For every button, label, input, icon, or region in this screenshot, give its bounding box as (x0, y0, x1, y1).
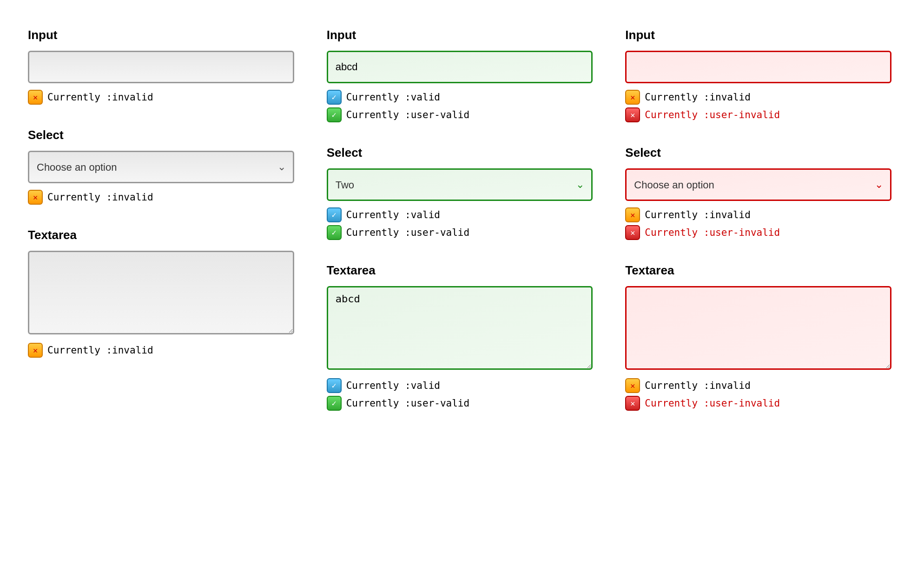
select-wrapper-default: Choose an option One Two Three ⌄ (28, 151, 294, 183)
status-list-textarea-default: ✕ Currently :invalid (28, 343, 294, 358)
select-section-valid: Select Choose an option One Two Three ⌄ … (327, 146, 593, 240)
status-text: Currently :invalid (47, 345, 153, 356)
status-list-input-default: ✕ Currently :invalid (28, 90, 294, 105)
badge-red-icon: ✕ (625, 107, 640, 122)
input-field-default[interactable] (28, 51, 294, 83)
select-section-invalid: Select Choose an option One Two Three ⌄ … (625, 146, 891, 240)
badge-orange-icon: ✕ (625, 207, 640, 222)
badge-orange-icon: ✕ (28, 343, 43, 358)
status-list-select-default: ✕ Currently :invalid (28, 190, 294, 205)
input-field-invalid[interactable] (625, 51, 891, 83)
select-wrapper-valid: Choose an option One Two Three ⌄ (327, 168, 593, 201)
status-text: Currently :user-valid (346, 227, 470, 238)
status-text: Currently :invalid (47, 92, 153, 103)
select-field-default[interactable]: Choose an option One Two Three (28, 151, 294, 183)
status-item: ✕ Currently :invalid (28, 90, 294, 105)
status-list-input-valid: ✓ Currently :valid ✓ Currently :user-val… (327, 90, 593, 122)
status-item: ✓ Currently :valid (327, 90, 593, 105)
status-item: ✕ Currently :user-invalid (625, 225, 891, 240)
input-section-valid: Input ✓ Currently :valid ✓ Currently :us… (327, 28, 593, 122)
status-text: Currently :invalid (645, 380, 751, 391)
badge-blue-icon: ✓ (327, 378, 342, 393)
status-item: ✕ Currently :invalid (625, 378, 891, 393)
status-text: Currently :invalid (47, 192, 153, 203)
status-text: Currently :invalid (645, 92, 751, 103)
status-text: Currently :user-invalid (645, 398, 780, 409)
badge-orange-icon: ✕ (28, 190, 43, 205)
status-text: Currently :user-valid (346, 398, 470, 409)
input-section-invalid: Input ✕ Currently :invalid ✕ Currently :… (625, 28, 891, 122)
status-list-select-invalid: ✕ Currently :invalid ✕ Currently :user-i… (625, 207, 891, 240)
status-list-textarea-invalid: ✕ Currently :invalid ✕ Currently :user-i… (625, 378, 891, 411)
status-item: ✕ Currently :invalid (28, 343, 294, 358)
textarea-label-invalid: Textarea (625, 263, 891, 278)
main-grid: Input ✕ Currently :invalid Select Choose… (14, 14, 910, 429)
status-text: Currently :valid (346, 209, 440, 220)
badge-red-icon: ✕ (625, 225, 640, 240)
select-section-default: Select Choose an option One Two Three ⌄ … (28, 128, 294, 205)
status-text: Currently :user-valid (346, 109, 470, 120)
status-item: ✓ Currently :valid (327, 207, 593, 222)
textarea-label-default: Textarea (28, 228, 294, 242)
select-field-invalid[interactable]: Choose an option One Two Three (625, 168, 891, 201)
badge-orange-icon: ✕ (625, 90, 640, 105)
select-label-valid: Select (327, 146, 593, 160)
input-label-valid: Input (327, 28, 593, 42)
status-item: ✕ Currently :invalid (625, 207, 891, 222)
status-text: Currently :user-invalid (645, 109, 780, 120)
badge-red-icon: ✕ (625, 396, 640, 411)
textarea-section-invalid: Textarea ✕ Currently :invalid ✕ Currentl… (625, 263, 891, 411)
status-item: ✕ Currently :user-invalid (625, 396, 891, 411)
select-label-default: Select (28, 128, 294, 142)
status-text: Currently :user-invalid (645, 227, 780, 238)
input-label-invalid: Input (625, 28, 891, 42)
select-field-valid[interactable]: Choose an option One Two Three (327, 168, 593, 201)
textarea-field-default[interactable] (28, 251, 294, 334)
badge-green-icon: ✓ (327, 107, 342, 122)
status-item: ✕ Currently :invalid (625, 90, 891, 105)
status-item: ✕ Currently :invalid (28, 190, 294, 205)
status-item: ✓ Currently :user-valid (327, 107, 593, 122)
input-field-valid[interactable] (327, 51, 593, 83)
status-list-textarea-valid: ✓ Currently :valid ✓ Currently :user-val… (327, 378, 593, 411)
badge-blue-icon: ✓ (327, 207, 342, 222)
badge-orange-icon: ✕ (625, 378, 640, 393)
column-valid: Input ✓ Currently :valid ✓ Currently :us… (313, 14, 612, 429)
select-label-invalid: Select (625, 146, 891, 160)
column-default: Input ✕ Currently :invalid Select Choose… (14, 14, 313, 429)
status-item: ✓ Currently :user-valid (327, 396, 593, 411)
badge-orange-icon: ✕ (28, 90, 43, 105)
badge-blue-icon: ✓ (327, 90, 342, 105)
select-wrapper-invalid: Choose an option One Two Three ⌄ (625, 168, 891, 201)
status-item: ✓ Currently :user-valid (327, 225, 593, 240)
textarea-field-valid[interactable]: abcd (327, 286, 593, 370)
input-section-default: Input ✕ Currently :invalid (28, 28, 294, 105)
badge-green-icon: ✓ (327, 396, 342, 411)
status-item: ✓ Currently :valid (327, 378, 593, 393)
textarea-section-default: Textarea ✕ Currently :invalid (28, 228, 294, 358)
textarea-field-invalid[interactable] (625, 286, 891, 370)
status-text: Currently :invalid (645, 209, 751, 220)
status-list-select-valid: ✓ Currently :valid ✓ Currently :user-val… (327, 207, 593, 240)
status-item: ✕ Currently :user-invalid (625, 107, 891, 122)
input-label-default: Input (28, 28, 294, 42)
badge-green-icon: ✓ (327, 225, 342, 240)
textarea-label-valid: Textarea (327, 263, 593, 278)
status-list-input-invalid: ✕ Currently :invalid ✕ Currently :user-i… (625, 90, 891, 122)
textarea-section-valid: Textarea abcd ✓ Currently :valid ✓ Curre… (327, 263, 593, 411)
status-text: Currently :valid (346, 92, 440, 103)
column-invalid: Input ✕ Currently :invalid ✕ Currently :… (611, 14, 910, 429)
status-text: Currently :valid (346, 380, 440, 391)
